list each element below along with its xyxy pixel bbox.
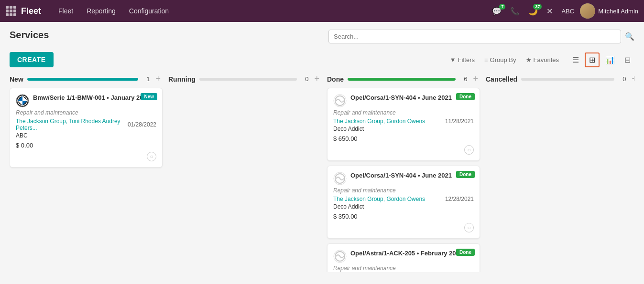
chart-view-button[interactable]: 📊: [601, 53, 619, 67]
table-view-button[interactable]: ⊟: [621, 53, 634, 67]
col-progress-running: [199, 78, 297, 81]
card-status-badge: Done: [456, 249, 475, 256]
topnav-icons: 💬7 📞 🌙37 ✕ ABC Mitchell Admin: [489, 3, 638, 19]
search-input[interactable]: [328, 30, 621, 43]
kanban-view-button[interactable]: ⊞: [585, 53, 600, 67]
kanban-col-new: New1+ Bmw/Serie 1/1-BMW-001 • January 20…: [10, 74, 163, 272]
group-by-button[interactable]: ≡ Group By: [484, 56, 516, 63]
kanban-col-cancelled: Cancelled0+: [486, 74, 634, 272]
opel-logo-icon: [333, 172, 347, 185]
chat-icon-btn[interactable]: 💬7: [489, 5, 504, 18]
nav-reporting[interactable]: Reporting: [81, 5, 121, 17]
kanban-board: New1+ Bmw/Serie 1/1-BMW-001 • January 20…: [10, 74, 634, 272]
opel-logo-icon: [333, 94, 347, 107]
col-header-new: New1+: [10, 74, 163, 84]
page-title: Services: [10, 30, 49, 41]
card-action-circle[interactable]: ○: [464, 145, 474, 155]
kanban-card[interactable]: Opel/Astra/1-ACK-205 • February 2021Done…: [327, 243, 480, 272]
star-icon: ★: [526, 56, 532, 63]
col-header-done: Done6+: [327, 74, 480, 84]
col-header-cancelled: Cancelled0+: [486, 74, 634, 84]
col-progress-done: [348, 78, 456, 81]
opel-logo-icon: [333, 250, 347, 263]
card-status-badge: Done: [456, 171, 475, 178]
kanban-card[interactable]: Opel/Corsa/1-SYN-404 • June 2021DoneRepa…: [327, 88, 480, 161]
chat-badge: 7: [499, 4, 505, 10]
moon-icon-btn[interactable]: 🌙37: [525, 5, 541, 18]
kanban-col-running: Running0+: [168, 74, 321, 272]
card-subtitle: Repair and maintenance: [333, 109, 474, 116]
card-amount: $ 650.00: [333, 135, 474, 142]
card-amount: $ 350.00: [333, 213, 474, 220]
nav-fleet[interactable]: Fleet: [53, 5, 79, 17]
card-subtitle: Repair and maintenance: [333, 187, 474, 194]
view-icons: ☰ ⊞ 📊 ⊟: [568, 53, 634, 67]
favorites-button[interactable]: ★ Favorites: [526, 56, 559, 63]
card-amount: $ 0.00: [16, 142, 156, 149]
card-header: Bmw/Serie 1/1-BMW-001 • January 2022: [16, 94, 156, 107]
kanban-col-done: Done6+ Opel/Corsa/1-SYN-404 • June 2021D…: [327, 74, 480, 272]
filters-button[interactable]: ▼ Filters: [450, 56, 475, 63]
card-subtitle: Repair and maintenance: [16, 109, 156, 116]
card-title: Opel/Corsa/1-SYN-404 • June 2021: [350, 172, 474, 179]
card-company: Deco Addict: [333, 203, 474, 210]
card-header: Opel/Astra/1-ACK-205 • February 2021: [333, 250, 474, 263]
username-label[interactable]: Mitchell Admin: [598, 8, 638, 15]
col-header-running: Running0+: [168, 74, 321, 84]
app-brand[interactable]: Fleet: [21, 6, 41, 16]
card-date: 01/28/2022: [128, 121, 156, 128]
card-action-circle[interactable]: ○: [147, 152, 156, 161]
col-progress-new: [27, 78, 139, 81]
col-count-new: 1: [142, 75, 150, 83]
filter-funnel-icon: ▼: [450, 56, 456, 63]
card-status-badge: Done: [456, 93, 475, 100]
card-company: Deco Addict: [333, 126, 474, 132]
col-title-cancelled: Cancelled: [486, 75, 517, 83]
card-subtitle: Repair and maintenance: [333, 265, 474, 272]
card-date: 12/28/2021: [445, 196, 474, 202]
col-add-done[interactable]: +: [471, 74, 480, 84]
moon-badge: 37: [533, 4, 542, 10]
card-contact[interactable]: The Jackson Group, Toni Rhodes Audrey Pe…: [16, 118, 128, 131]
card-title: Bmw/Serie 1/1-BMW-001 • January 2022: [33, 94, 156, 101]
card-contact[interactable]: The Jackson Group, Gordon Owens: [333, 118, 425, 125]
create-button[interactable]: CREATE: [10, 52, 54, 67]
kanban-card[interactable]: Bmw/Serie 1/1-BMW-001 • January 2022NewR…: [10, 88, 163, 168]
bmw-logo-icon: [16, 94, 29, 107]
card-title: Opel/Corsa/1-SYN-404 • June 2021: [350, 94, 474, 101]
card-date: 11/28/2021: [445, 118, 474, 125]
card-header: Opel/Corsa/1-SYN-404 • June 2021: [333, 94, 474, 107]
col-count-done: 6: [459, 75, 467, 83]
card-action-circle[interactable]: ○: [464, 223, 474, 232]
kanban-card[interactable]: Opel/Corsa/1-SYN-404 • June 2021DoneRepa…: [327, 166, 480, 239]
col-progress-cancelled: [521, 78, 614, 81]
phone-icon-btn[interactable]: 📞: [507, 5, 523, 18]
col-title-running: Running: [168, 75, 196, 83]
col-title-done: Done: [327, 75, 344, 83]
card-company: ABC: [16, 132, 156, 139]
col-add-cancelled[interactable]: +: [630, 74, 634, 84]
card-contact[interactable]: The Jackson Group, Gordon Owens: [333, 196, 425, 202]
nav-configuration[interactable]: Configuration: [123, 5, 175, 17]
col-count-running: 0: [301, 75, 308, 83]
col-add-new[interactable]: +: [153, 74, 163, 84]
col-title-new: New: [10, 75, 23, 83]
list-view-button[interactable]: ☰: [568, 53, 583, 67]
search-icon[interactable]: 🔍: [625, 32, 634, 41]
card-status-badge: New: [141, 93, 157, 100]
close-icon-btn[interactable]: ✕: [544, 5, 556, 18]
main-content: Services 🔍 CREATE ▼ Filters ≡ Group By ★…: [0, 22, 644, 280]
col-add-running[interactable]: +: [312, 74, 321, 84]
card-header: Opel/Corsa/1-SYN-404 • June 2021: [333, 172, 474, 185]
top-navigation: Fleet Fleet Reporting Configuration 💬7 📞…: [0, 0, 644, 22]
group-by-icon: ≡: [484, 56, 488, 63]
card-title: Opel/Astra/1-ACK-205 • February 2021: [350, 250, 474, 257]
col-count-cancelled: 0: [618, 75, 626, 83]
app-grid-icon[interactable]: [6, 6, 16, 16]
user-avatar[interactable]: [580, 3, 595, 19]
user-initials[interactable]: ABC: [558, 6, 577, 17]
